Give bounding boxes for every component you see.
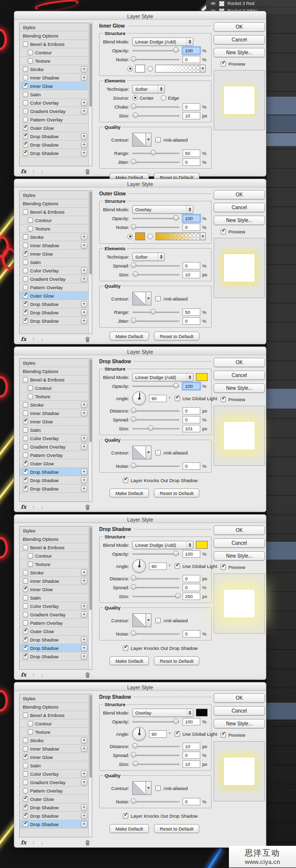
style-enabled-checkbox[interactable]	[23, 604, 28, 609]
style-row-pattern-overlay[interactable]: Pattern Overlay	[20, 787, 92, 795]
add-effect-button[interactable]: +	[81, 611, 87, 618]
style-enabled-checkbox[interactable]	[23, 780, 28, 785]
slider-thumb[interactable]	[131, 104, 136, 109]
gradient-radio[interactable]	[148, 66, 153, 72]
noise-field[interactable]: 0	[183, 630, 200, 638]
add-effect-button[interactable]: +	[81, 410, 87, 416]
delete-effect-icon[interactable]	[85, 504, 90, 510]
ok-button[interactable]: OK	[214, 693, 265, 703]
add-effect-button[interactable]: +	[81, 234, 87, 240]
move-up-icon[interactable]: ↑	[32, 169, 35, 174]
style-row-drop-shadow[interactable]: ✓Drop Shadow+	[20, 803, 92, 812]
new-style-button[interactable]: New Style...	[214, 551, 265, 561]
style-enabled-checkbox[interactable]: ✓	[23, 318, 28, 324]
style-row-satin[interactable]: Satin	[20, 258, 92, 266]
slider-thumb[interactable]	[131, 584, 136, 590]
style-enabled-checkbox[interactable]	[23, 545, 28, 550]
use-global-light-checkbox[interactable]: ✓	[175, 564, 180, 569]
reset-to-default-button[interactable]: Reset to Default	[154, 489, 199, 497]
opacity-field[interactable]: 100	[183, 550, 200, 558]
style-row-blending-options[interactable]: Blending Options	[20, 367, 92, 376]
style-enabled-checkbox[interactable]: ✓	[23, 125, 28, 131]
slider-thumb[interactable]	[131, 56, 136, 62]
spread-slider[interactable]	[132, 419, 180, 420]
slider-thumb[interactable]	[150, 309, 156, 314]
style-row-outer-glow[interactable]: ✓Outer Glow	[20, 124, 92, 132]
noise-slider[interactable]	[132, 801, 180, 802]
style-row-texture[interactable]: Texture	[20, 560, 92, 568]
new-style-button[interactable]: New Style...	[214, 48, 265, 57]
style-row-inner-shadow[interactable]: Inner Shadow+	[20, 74, 92, 82]
style-enabled-checkbox[interactable]: ✓	[23, 302, 28, 307]
use-global-light-checkbox[interactable]: ✓	[175, 396, 180, 401]
noise-slider[interactable]	[132, 633, 180, 635]
style-enabled-checkbox[interactable]: ✓	[23, 461, 28, 466]
add-effect-button[interactable]: +	[81, 444, 87, 450]
glow-color-swatch[interactable]	[135, 65, 145, 73]
technique-dropdown[interactable]: Softer	[132, 85, 165, 93]
style-row-bevel-emboss[interactable]: Bevel & Emboss	[20, 376, 92, 384]
style-row-gradient-overlay[interactable]: Gradient Overlay+	[20, 107, 92, 115]
noise-field[interactable]: 0	[183, 462, 200, 470]
style-enabled-checkbox[interactable]	[23, 453, 28, 458]
glow-gradient-swatch[interactable]	[155, 232, 206, 240]
layer-name[interactable]: Rocket 3 Red	[227, 1, 255, 6]
slider-thumb[interactable]	[173, 383, 179, 388]
cancel-button[interactable]: Cancel	[214, 371, 265, 380]
contour-picker[interactable]	[132, 781, 151, 795]
style-enabled-checkbox[interactable]	[28, 226, 33, 231]
dialog-titlebar[interactable]: Layer Style	[14, 179, 266, 188]
gradient-radio[interactable]	[148, 234, 153, 239]
add-effect-button[interactable]: +	[81, 242, 87, 249]
preview-checkbox[interactable]: ✓	[221, 229, 226, 234]
delete-effect-icon[interactable]	[85, 840, 90, 846]
style-row-outer-glow[interactable]: ✓Outer Glow	[20, 292, 92, 300]
add-effect-button[interactable]: +	[81, 435, 87, 442]
style-enabled-checkbox[interactable]	[23, 268, 28, 273]
distance-slider[interactable]	[132, 578, 180, 579]
style-enabled-checkbox[interactable]	[23, 713, 28, 718]
move-up-icon[interactable]: ↑	[32, 337, 35, 342]
size-field[interactable]: 10	[183, 271, 200, 278]
dialog-titlebar[interactable]: Layer Style	[14, 515, 266, 523]
style-enabled-checkbox[interactable]: ✓	[23, 654, 28, 659]
cancel-button[interactable]: Cancel	[214, 538, 265, 548]
shadow-color-swatch[interactable]	[196, 373, 208, 381]
style-row-stroke[interactable]: Stroke+	[20, 568, 92, 577]
style-row-blending-options[interactable]: Blending Options	[20, 535, 92, 543]
styles-scrollbar[interactable]	[88, 359, 92, 501]
add-effect-button[interactable]: +	[81, 469, 87, 475]
style-row-bevel-emboss[interactable]: Bevel & Emboss	[20, 711, 92, 719]
style-enabled-checkbox[interactable]: ✓	[23, 813, 28, 819]
style-enabled-checkbox[interactable]	[23, 92, 28, 97]
scrollbar-thumb[interactable]	[89, 191, 92, 274]
spread-slider[interactable]	[132, 587, 180, 588]
style-row-drop-shadow[interactable]: ✓Drop Shadow+	[20, 141, 92, 149]
picker-arrow-icon[interactable]	[146, 446, 151, 459]
style-enabled-checkbox[interactable]	[23, 427, 28, 433]
style-row-contour[interactable]: Contour	[20, 48, 92, 57]
size-slider[interactable]	[132, 428, 180, 429]
style-enabled-checkbox[interactable]: ✓	[23, 645, 28, 651]
opacity-field[interactable]: 100	[183, 382, 200, 390]
style-enabled-checkbox[interactable]: ✓	[23, 629, 28, 634]
style-enabled-checkbox[interactable]: ✓	[23, 637, 28, 642]
add-effect-button[interactable]: +	[81, 771, 87, 777]
slider-thumb[interactable]	[133, 113, 138, 118]
style-enabled-checkbox[interactable]: ✓	[23, 142, 28, 148]
style-enabled-checkbox[interactable]: ✓	[23, 251, 28, 257]
add-effect-button[interactable]: +	[81, 276, 87, 282]
move-down-icon[interactable]: ↓	[41, 337, 44, 342]
solid-color-radio[interactable]	[127, 66, 133, 72]
add-effect-button[interactable]: +	[81, 578, 87, 584]
add-effect-button[interactable]: +	[81, 150, 87, 156]
layer-row[interactable]: Rocket 3 Red	[206, 0, 296, 7]
use-global-light-checkbox[interactable]: ✓	[175, 731, 180, 737]
style-row-inner-glow[interactable]: ✓Inner Glow	[20, 753, 92, 761]
style-row-pattern-overlay[interactable]: Pattern Overlay	[20, 619, 92, 627]
solid-color-radio[interactable]	[127, 234, 133, 239]
picker-arrow-icon[interactable]	[146, 613, 151, 627]
reset-to-default-button[interactable]: Reset to Default	[154, 824, 199, 833]
style-enabled-checkbox[interactable]	[23, 620, 28, 626]
style-enabled-checkbox[interactable]	[23, 570, 28, 575]
